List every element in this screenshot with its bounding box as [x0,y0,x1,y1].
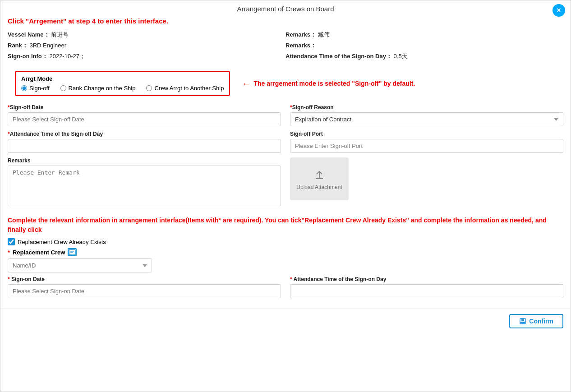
upload-group: Upload Attachment [290,157,563,200]
crew-icon-svg [69,249,76,255]
rank-label: Rank： [8,42,28,49]
attendance-sign-on-group: * Attendance Time of the Sign-on Day 0.5 [290,276,563,298]
sign-on-date-input[interactable] [8,284,281,298]
upload-label: Upload Attachment [296,184,342,190]
bottom-instruction-text: Complete the relevant information in arr… [8,217,547,233]
arrgt-mode-row: Arrgt Mode Sign-off Rank Change on the S… [0,67,571,100]
vessel-name-row: Vessel Name： 前进号 [8,29,286,40]
replacement-required: * [8,249,10,256]
confirm-button[interactable]: Confirm [509,314,563,328]
attendance-value: 0.5天 [394,53,408,60]
arrgt-mode-title: Arrgt Mode [21,75,224,82]
attendance-sign-on-required: * [290,276,292,282]
replacement-crew-label: * Replacement Crew [8,248,563,256]
sign-off-date-group: *Sign-off Date [8,104,281,126]
attendance-day-group: *Attendance Time of the Sign-off Day 0.5 [8,131,281,153]
confirm-label: Confirm [529,318,553,325]
attendance-day-input[interactable]: 0.5 [8,139,281,153]
remarks2-label: Remarks： [286,42,316,49]
arrgt-mode-box: Arrgt Mode Sign-off Rank Change on the S… [15,71,230,96]
radio-crew-arrgt[interactable]: Crew Arrgt to Another Ship [146,85,224,92]
radio-sign-off-input[interactable] [21,85,27,91]
save-icon [519,318,526,325]
mode-annotation-arrow: ← [242,78,251,89]
rank-row: Rank： 3RD Engineer [8,40,286,51]
remarks1-value: 臧伟 [318,31,330,38]
sign-on-info-label: Sign-on Info： [8,53,48,60]
info-right: Remarks： 臧伟 Remarks： Attendance Time of … [286,29,563,62]
sign-off-reason-label-text: Sign-off Reason [292,104,334,111]
sign-off-port-group: Sign-off Port [290,131,563,153]
sign-off-reason-select[interactable]: Expiration of Contract Personal Request … [290,112,563,126]
remarks2-row: Remarks： [286,40,563,51]
close-button[interactable]: × [553,4,565,17]
svg-rect-2 [69,249,75,255]
close-icon: × [557,6,561,14]
crew-icon[interactable] [68,248,77,256]
form-col-left: *Sign-off Date *Attendance Time of the S… [8,104,281,212]
remarks-group: Remarks [8,157,281,208]
bottom-form-section: * Sign-on Date * Attendance Time of the … [0,272,571,303]
sign-on-date-required: * [8,276,10,282]
attendance-day-label-text: Attendance Time of the Sign-off Day [10,131,103,137]
upload-icon [312,168,327,182]
instruction-bar: Click "Arrgement" at step 4 to enter thi… [0,15,571,28]
main-form-section: *Sign-off Date *Attendance Time of the S… [0,104,571,212]
radio-group: Sign-off Rank Change on the Ship Crew Ar… [21,85,224,92]
attendance-day-label: *Attendance Time of the Sign-off Day [8,131,281,137]
svg-rect-7 [520,322,525,323]
name-id-select[interactable]: Name/ID [8,258,152,272]
attendance-sign-on-label-text: Attendance Time of the Sign-on Day [294,276,387,282]
svg-rect-6 [521,318,524,321]
attendance-sign-on-label: * Attendance Time of the Sign-on Day [290,276,563,282]
sign-off-reason-group: *Sign-off Reason Expiration of Contract … [290,104,563,126]
modal-header: Arrangement of Crews on Board × [0,0,571,15]
footer-bar: Confirm [0,308,571,334]
replacement-crew-section: * Replacement Crew Name/ID [0,248,571,272]
sign-off-date-label: *Sign-off Date [8,104,281,111]
modal-title: Arrangement of Crews on Board [237,5,334,13]
sign-on-info-row: Sign-on Info： 2022-10-27； [8,51,286,62]
radio-crew-arrgt-input[interactable] [146,85,152,91]
sign-on-date-label-text: Sign-on Date [11,276,45,282]
sign-off-port-label: Sign-off Port [290,131,563,137]
radio-sign-off-label: Sign-off [29,85,50,92]
remarks-textarea[interactable] [8,166,281,206]
radio-rank-change-input[interactable] [60,85,66,91]
radio-sign-off[interactable]: Sign-off [21,85,50,92]
vessel-name-label: Vessel Name： [8,31,50,38]
radio-rank-change-label: Rank Change on the Ship [69,85,136,92]
mode-annotation-text: The arrgement mode is selected "Sign-off… [253,80,415,87]
instruction-text: Click "Arrgement" at step 4 to enter thi… [8,17,168,25]
sign-off-reason-label: *Sign-off Reason [290,104,563,111]
form-col-right: *Sign-off Reason Expiration of Contract … [290,104,563,212]
attendance-sign-on-input[interactable]: 0.5 [290,284,563,298]
sign-on-date-group: * Sign-on Date [8,276,281,298]
checkbox-row: Replacement Crew Already Exists [0,236,571,248]
checkbox-label: Replacement Crew Already Exists [18,239,106,245]
modal-wrapper: Arrangement of Crews on Board × Click "A… [0,0,571,392]
radio-crew-arrgt-label: Crew Arrgt to Another Ship [154,85,224,92]
upload-box[interactable]: Upload Attachment [290,157,349,200]
remarks-label: Remarks [8,157,281,164]
sign-off-port-input[interactable] [290,139,563,153]
vessel-info-section: Vessel Name： 前进号 Rank： 3RD Engineer Sign… [0,28,571,64]
remarks1-row: Remarks： 臧伟 [286,29,563,40]
sign-on-info-value: 2022-10-27； [49,53,85,60]
replacement-crew-label-text: Replacement Crew [13,249,65,256]
radio-rank-change[interactable]: Rank Change on the Ship [60,85,136,92]
replacement-crew-checkbox[interactable] [8,238,15,245]
bottom-col-left: * Sign-on Date [8,276,281,303]
remarks1-label: Remarks： [286,31,316,38]
info-left: Vessel Name： 前进号 Rank： 3RD Engineer Sign… [8,29,286,62]
rank-value: 3RD Engineer [29,42,66,49]
sign-on-date-label: * Sign-on Date [8,276,281,282]
attendance-label: Attendance Time of the Sign-on Day： [286,53,392,60]
sign-off-date-label-text: Sign-off Date [10,104,44,111]
bottom-col-right: * Attendance Time of the Sign-on Day 0.5 [290,276,563,303]
bottom-instruction: Complete the relevant information in arr… [0,212,571,236]
vessel-name-value: 前进号 [51,31,69,38]
sign-off-date-input[interactable] [8,112,281,126]
attendance-row: Attendance Time of the Sign-on Day： 0.5天 [286,51,563,62]
